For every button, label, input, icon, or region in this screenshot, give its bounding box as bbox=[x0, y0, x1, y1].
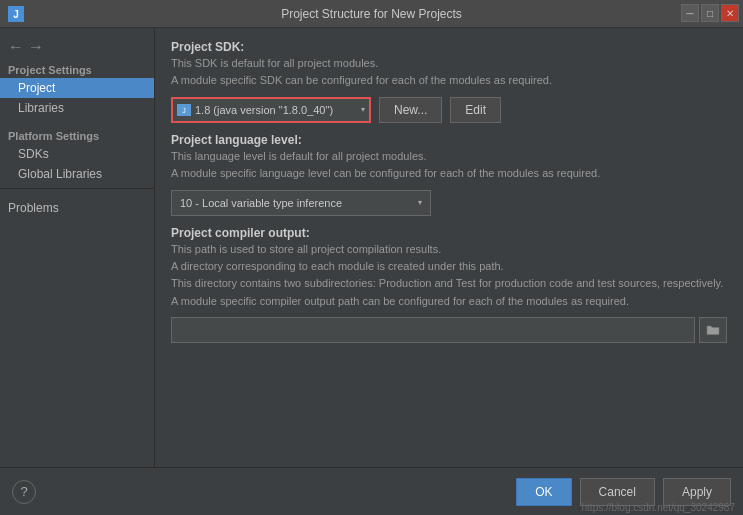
sidebar-item-libraries[interactable]: Libraries bbox=[0, 98, 154, 118]
sdk-dropdown-arrow: ▾ bbox=[361, 105, 365, 114]
app-icon: J bbox=[8, 6, 24, 22]
restore-button[interactable]: □ bbox=[701, 4, 719, 22]
new-button[interactable]: New... bbox=[379, 97, 442, 123]
content-area: Project SDK: This SDK is default for all… bbox=[155, 28, 743, 467]
sdk-value: 1.8 (java version "1.8.0_40") bbox=[195, 104, 357, 116]
language-dropdown-arrow: ▾ bbox=[418, 198, 422, 207]
watermark: https://blog.csdn.net/qq_30242987 bbox=[582, 502, 735, 513]
help-button[interactable]: ? bbox=[12, 480, 36, 504]
language-section: Project language level: This language le… bbox=[171, 133, 727, 216]
compiler-section: Project compiler output: This path is us… bbox=[171, 226, 727, 344]
sdk-section: Project SDK: This SDK is default for all… bbox=[171, 40, 727, 123]
window-title: Project Structure for New Projects bbox=[281, 7, 462, 21]
compiler-desc3: This directory contains two subdirectori… bbox=[171, 276, 727, 291]
back-button[interactable]: ← bbox=[8, 38, 24, 56]
compiler-output-row bbox=[171, 317, 727, 343]
window-controls: ─ □ ✕ bbox=[681, 4, 739, 22]
sidebar-item-problems[interactable]: Problems bbox=[0, 193, 154, 217]
forward-button[interactable]: → bbox=[28, 38, 44, 56]
compiler-desc1: This path is used to store all project c… bbox=[171, 242, 727, 257]
language-dropdown-row: 10 - Local variable type inference ▾ bbox=[171, 190, 727, 216]
sidebar-divider bbox=[0, 188, 154, 189]
sidebar-item-project[interactable]: Project bbox=[0, 78, 154, 98]
compiler-desc4: A module specific compiler output path c… bbox=[171, 294, 727, 309]
sidebar-item-global-libraries[interactable]: Global Libraries bbox=[0, 164, 154, 184]
sdk-dropdown[interactable]: J 1.8 (java version "1.8.0_40") ▾ bbox=[171, 97, 371, 123]
compiler-title: Project compiler output: bbox=[171, 226, 727, 240]
language-desc1: This language level is default for all p… bbox=[171, 149, 727, 164]
language-level-value: 10 - Local variable type inference bbox=[180, 197, 342, 209]
language-desc2: A module specific language level can be … bbox=[171, 166, 727, 181]
nav-row: ← → bbox=[0, 36, 154, 58]
main-layout: ← → Project Settings Project Libraries P… bbox=[0, 28, 743, 467]
compiler-desc2: A directory corresponding to each module… bbox=[171, 259, 727, 274]
help-icon: ? bbox=[20, 484, 27, 499]
sdk-icon: J bbox=[177, 104, 191, 116]
svg-text:J: J bbox=[182, 107, 186, 114]
edit-button[interactable]: Edit bbox=[450, 97, 501, 123]
folder-button[interactable] bbox=[699, 317, 727, 343]
sdk-row: J 1.8 (java version "1.8.0_40") ▾ New...… bbox=[171, 97, 727, 123]
sdk-desc2: A module specific SDK can be configured … bbox=[171, 73, 727, 88]
project-settings-label: Project Settings bbox=[0, 58, 154, 78]
platform-settings-label: Platform Settings bbox=[0, 124, 154, 144]
sdk-title: Project SDK: bbox=[171, 40, 727, 54]
sdk-desc1: This SDK is default for all project modu… bbox=[171, 56, 727, 71]
minimize-button[interactable]: ─ bbox=[681, 4, 699, 22]
language-dropdown[interactable]: 10 - Local variable type inference ▾ bbox=[171, 190, 431, 216]
language-title: Project language level: bbox=[171, 133, 727, 147]
close-button[interactable]: ✕ bbox=[721, 4, 739, 22]
title-bar: J Project Structure for New Projects ─ □… bbox=[0, 0, 743, 28]
sidebar-item-sdks[interactable]: SDKs bbox=[0, 144, 154, 164]
sidebar: ← → Project Settings Project Libraries P… bbox=[0, 28, 155, 467]
ok-button[interactable]: OK bbox=[516, 478, 571, 506]
compiler-output-input[interactable] bbox=[171, 317, 695, 343]
